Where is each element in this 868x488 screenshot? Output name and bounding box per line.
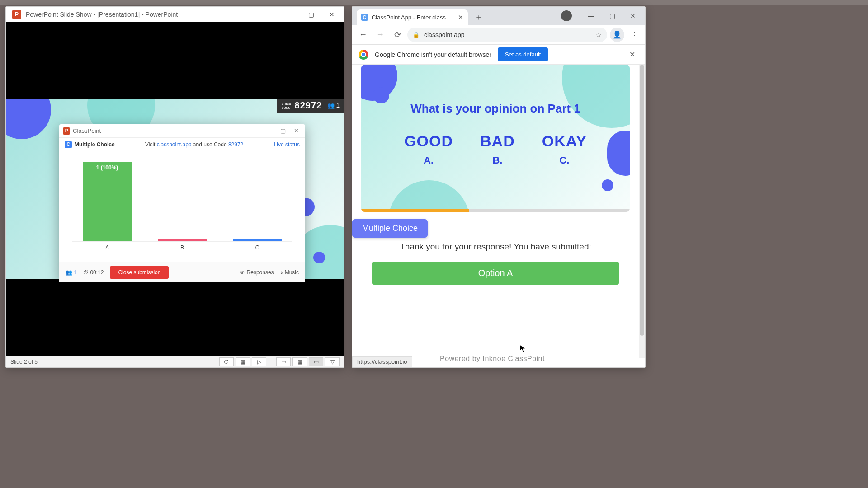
ppt-titlebar[interactable]: P PowerPoint Slide Show - [Presentation1… bbox=[6, 7, 344, 22]
footer-participants: 👥 1 bbox=[66, 269, 77, 276]
view-sorter-button[interactable]: ▦ bbox=[292, 357, 307, 366]
question-type-badge: C Multiple Choice bbox=[65, 141, 115, 148]
classpoint-icon: C bbox=[65, 141, 72, 148]
lock-icon[interactable]: 🔒 bbox=[413, 32, 420, 38]
axis-label-a: A bbox=[83, 244, 132, 251]
question-type-label: Multiple Choice bbox=[75, 141, 115, 148]
axis-label-b: B bbox=[158, 244, 207, 251]
cp-close-button[interactable]: ✕ bbox=[294, 127, 299, 134]
forward-button[interactable]: → bbox=[373, 28, 387, 42]
new-tab-button[interactable]: ＋ bbox=[472, 11, 485, 23]
view-timing-button[interactable]: ⏱ bbox=[219, 357, 234, 366]
bar-a-label: 1 (100%) bbox=[83, 164, 132, 171]
close-submission-button[interactable]: Close submission bbox=[110, 266, 169, 279]
scrollbar[interactable] bbox=[639, 65, 645, 358]
option-okay: OKAY C. bbox=[542, 132, 587, 166]
class-code-label: classcode bbox=[282, 102, 291, 110]
class-code-value: 82972 bbox=[295, 100, 322, 111]
close-button[interactable]: ✕ bbox=[321, 7, 342, 22]
cp-dialog-title: ClassPoint bbox=[73, 127, 101, 134]
view-slideshow-button[interactable]: ▽ bbox=[325, 357, 340, 366]
music-button[interactable]: ♪ Music bbox=[280, 269, 299, 276]
mouse-cursor-icon bbox=[519, 344, 528, 353]
option-good: GOOD A. bbox=[404, 132, 453, 166]
chrome-tabstrip[interactable]: C ClassPoint App - Enter class code ✕ ＋ … bbox=[352, 7, 645, 25]
view-normal-button[interactable]: ▭ bbox=[276, 357, 291, 366]
chrome-logo-icon bbox=[359, 50, 368, 60]
os-topbar bbox=[0, 0, 868, 5]
profile-button[interactable]: 👤 bbox=[610, 28, 624, 42]
chrome-window: C ClassPoint App - Enter class code ✕ ＋ … bbox=[352, 6, 646, 368]
chrome-toolbar: ← → ⟳ 🔒 classpoint.app ☆ 👤 ⋮ bbox=[352, 25, 645, 45]
slideshow-stage[interactable]: classcode 82972 👥 1 P ClassPoint — ▢ ✕ C… bbox=[6, 22, 344, 356]
back-button[interactable]: ← bbox=[356, 28, 370, 42]
question-title: What is your opinion on Part 1 bbox=[361, 102, 630, 116]
submitted-option: Option A bbox=[372, 262, 619, 285]
powerpoint-app-icon: P bbox=[12, 10, 21, 19]
classpoint-dialog: P ClassPoint — ▢ ✕ C Multiple Choice Vis… bbox=[59, 124, 305, 282]
response-chart: 1 (100%) A B C bbox=[59, 151, 305, 262]
minimize-button[interactable]: — bbox=[280, 7, 301, 22]
chrome-close-button[interactable]: ✕ bbox=[623, 7, 643, 25]
view-notes-button[interactable]: ▦ bbox=[236, 357, 250, 366]
bar-a: 1 (100%) bbox=[83, 162, 132, 241]
responses-button[interactable]: 👁 Responses bbox=[240, 269, 274, 276]
cp-minimize-button[interactable]: — bbox=[266, 127, 272, 134]
question-card: What is your opinion on Part 1 GOOD A. B… bbox=[361, 65, 630, 212]
bar-c bbox=[233, 239, 282, 241]
default-browser-message: Google Chrome isn't your default browser bbox=[375, 51, 491, 58]
browser-tab[interactable]: C ClassPoint App - Enter class code ✕ bbox=[357, 9, 468, 25]
address-bar[interactable]: 🔒 classpoint.app ☆ bbox=[407, 28, 607, 42]
class-code-badge[interactable]: classcode 82972 👥 1 bbox=[277, 99, 344, 113]
cp-info-bar: C Multiple Choice Visit classpoint.app a… bbox=[59, 138, 305, 151]
live-status-link[interactable]: Live status bbox=[274, 141, 300, 148]
cp-dialog-titlebar[interactable]: P ClassPoint — ▢ ✕ bbox=[59, 124, 305, 138]
scrollbar-thumb[interactable] bbox=[640, 65, 644, 336]
cp-dialog-footer: 👥 1 ⏱ 00:12 Close submission 👁 Responses… bbox=[59, 262, 305, 282]
banner-dismiss-button[interactable]: ✕ bbox=[626, 48, 639, 61]
chrome-maximize-button[interactable]: ▢ bbox=[602, 7, 623, 25]
page-content: What is your opinion on Part 1 GOOD A. B… bbox=[352, 65, 645, 367]
powerpoint-window: P PowerPoint Slide Show - [Presentation1… bbox=[5, 6, 344, 368]
join-instructions: Visit classpoint.app and use Code 82972 bbox=[145, 141, 243, 148]
status-bar-url: https://classpoint.io bbox=[352, 356, 412, 367]
view-reading-button[interactable]: ▭ bbox=[309, 357, 323, 366]
chrome-minimize-button[interactable]: — bbox=[581, 7, 602, 25]
ppt-window-title: PowerPoint Slide Show - [Presentation1] … bbox=[26, 11, 178, 18]
bar-b bbox=[158, 239, 207, 241]
reload-button[interactable]: ⟳ bbox=[390, 28, 405, 42]
slide-counter: Slide 2 of 5 bbox=[10, 359, 38, 365]
tab-close-button[interactable]: ✕ bbox=[458, 14, 463, 21]
axis-label-c: C bbox=[233, 244, 282, 251]
classpoint-app-icon: P bbox=[63, 127, 70, 135]
bookmark-star-icon[interactable]: ☆ bbox=[596, 31, 602, 38]
join-link[interactable]: classpoint.app bbox=[157, 141, 192, 148]
chrome-menu-button[interactable]: ⋮ bbox=[627, 28, 642, 42]
url-text: classpoint.app bbox=[424, 31, 465, 38]
progress-bar bbox=[361, 209, 630, 212]
maximize-button[interactable]: ▢ bbox=[301, 7, 321, 22]
tab-favicon: C bbox=[361, 14, 368, 21]
participant-count: 👥 1 bbox=[327, 102, 340, 109]
cp-maximize-button[interactable]: ▢ bbox=[280, 127, 286, 134]
ppt-statusbar: Slide 2 of 5 ⏱ ▦ ▷ ▭ ▦ ▭ ▽ bbox=[6, 356, 344, 367]
tab-title: ClassPoint App - Enter class code bbox=[372, 14, 454, 21]
chrome-search-tabs-button[interactable] bbox=[561, 10, 572, 21]
footer-timer: ⏱ 00:12 bbox=[83, 269, 104, 276]
question-type-pill: Multiple Choice bbox=[352, 219, 428, 238]
submission-message: Thank you for your response! You have su… bbox=[352, 242, 639, 252]
join-code: 82972 bbox=[228, 141, 243, 148]
default-browser-banner: Google Chrome isn't your default browser… bbox=[352, 45, 645, 65]
option-bad: BAD B. bbox=[480, 132, 515, 166]
view-play-button[interactable]: ▷ bbox=[252, 357, 266, 366]
set-default-button[interactable]: Set as default bbox=[498, 47, 548, 61]
